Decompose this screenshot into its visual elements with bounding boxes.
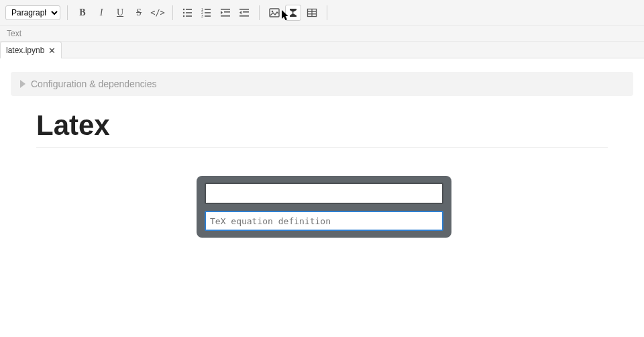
svg-rect-16 bbox=[239, 9, 249, 10]
code-button[interactable]: </> bbox=[150, 5, 166, 21]
svg-point-2 bbox=[183, 11, 184, 13]
outdent-button[interactable] bbox=[236, 5, 252, 21]
separator bbox=[259, 5, 260, 20]
svg-rect-5 bbox=[186, 15, 192, 17]
chevron-right-icon bbox=[20, 80, 25, 88]
italic-button[interactable]: I bbox=[93, 5, 109, 21]
svg-rect-3 bbox=[186, 12, 192, 13]
close-icon[interactable]: ✕ bbox=[48, 46, 56, 55]
format-toolbar: Paragraph B I U S </> 123 bbox=[0, 0, 644, 26]
svg-rect-19 bbox=[239, 15, 249, 17]
tab-title: latex.ipynb bbox=[6, 46, 44, 55]
indent-icon bbox=[220, 7, 231, 18]
notebook-tab[interactable]: latex.ipynb ✕ bbox=[0, 42, 62, 58]
markdown-cell[interactable]: Latex bbox=[11, 96, 633, 169]
svg-rect-12 bbox=[221, 9, 230, 10]
latex-preview-area bbox=[205, 183, 443, 204]
svg-rect-17 bbox=[243, 11, 249, 13]
svg-rect-11 bbox=[205, 15, 211, 17]
svg-rect-7 bbox=[205, 9, 211, 10]
collapsed-section[interactable]: Configuration & dependencies bbox=[11, 72, 633, 96]
svg-rect-13 bbox=[224, 11, 230, 13]
table-icon bbox=[307, 7, 317, 18]
equation-button[interactable] bbox=[285, 5, 301, 21]
svg-point-4 bbox=[183, 15, 184, 16]
bold-button[interactable]: B bbox=[74, 5, 91, 21]
separator bbox=[172, 5, 173, 20]
tab-bar: latex.ipynb ✕ bbox=[0, 42, 644, 58]
notebook-content: Configuration & dependencies Latex bbox=[0, 58, 644, 183]
cell-type-label: Text bbox=[7, 29, 21, 38]
strikethrough-button[interactable]: S bbox=[131, 5, 147, 21]
svg-marker-18 bbox=[239, 11, 241, 15]
separator bbox=[67, 5, 68, 20]
table-button[interactable] bbox=[304, 5, 320, 21]
svg-rect-15 bbox=[221, 15, 230, 17]
bullet-list-button[interactable] bbox=[180, 5, 196, 21]
svg-rect-9 bbox=[205, 12, 211, 13]
sub-toolbar: Text bbox=[0, 26, 644, 42]
numbered-list-icon: 123 bbox=[201, 7, 212, 18]
strikethrough-icon: S bbox=[136, 7, 142, 18]
latex-equation-popup bbox=[197, 176, 451, 238]
image-button[interactable] bbox=[266, 5, 282, 21]
collapsed-section-label: Configuration & dependencies bbox=[31, 79, 157, 89]
svg-point-0 bbox=[183, 8, 184, 9]
paragraph-select[interactable]: Paragraph bbox=[5, 5, 60, 20]
svg-point-21 bbox=[272, 10, 274, 12]
bullet-list-icon bbox=[182, 7, 193, 18]
image-icon bbox=[269, 7, 280, 18]
separator bbox=[327, 5, 327, 20]
underline-button[interactable]: U bbox=[112, 5, 128, 21]
indent-button[interactable] bbox=[217, 5, 233, 21]
numbered-list-button[interactable]: 123 bbox=[199, 5, 215, 21]
sigma-icon bbox=[288, 7, 299, 18]
page-title: Latex bbox=[36, 109, 608, 148]
svg-text:3: 3 bbox=[201, 14, 203, 18]
outdent-icon bbox=[239, 7, 250, 18]
bold-icon: B bbox=[79, 7, 85, 18]
code-icon: </> bbox=[150, 8, 165, 17]
underline-icon: U bbox=[117, 7, 123, 18]
latex-input[interactable] bbox=[205, 211, 443, 231]
svg-marker-14 bbox=[221, 11, 223, 15]
italic-icon: I bbox=[100, 7, 103, 18]
svg-rect-1 bbox=[186, 9, 192, 10]
